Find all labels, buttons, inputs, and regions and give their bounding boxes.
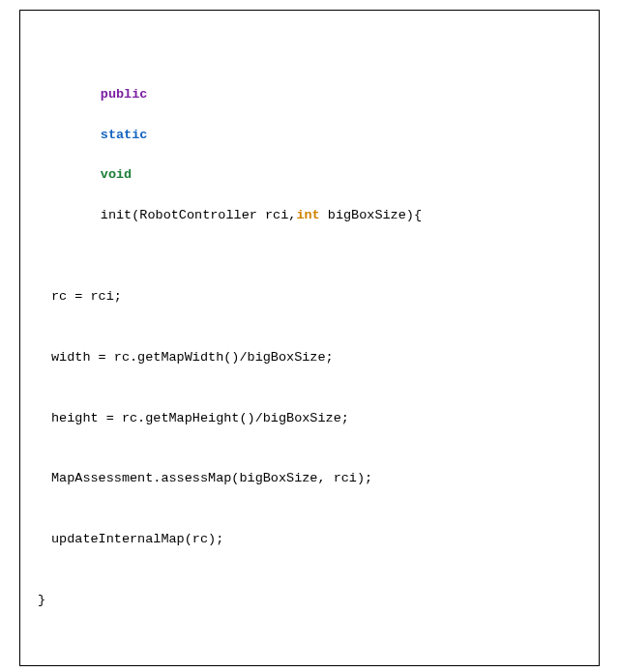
page: { "figA": { "caption": "(a) Java method … (0, 0, 619, 672)
arg-name-2: bigBoxSize (328, 208, 406, 222)
code-line-2: width = rc.getMapWidth()/bigBoxSize; (38, 348, 581, 368)
keyword-void: void (101, 167, 132, 182)
code-line-5: updateInternalMap(rc); (38, 530, 581, 550)
brace-close: } (38, 591, 581, 611)
paren-close: ) (406, 208, 414, 222)
keyword-static: static (101, 128, 148, 142)
code-line-3: height = rc.getMapHeight()/bigBoxSize; (38, 409, 581, 429)
java-original-code: public static void init(RobotController … (38, 24, 581, 652)
code-box-a: public static void init(RobotController … (19, 10, 600, 666)
method-name: init (101, 208, 132, 222)
keyword-public: public (101, 87, 148, 102)
arg-name-1: rci (265, 208, 288, 222)
code-line-1: rc = rci; (38, 287, 581, 307)
keyword-int: int (296, 208, 319, 222)
arg-type-1: RobotController (139, 208, 257, 222)
code-line-4: MapAssessment.assessMap(bigBoxSize, rci)… (38, 469, 581, 489)
brace-open: { (414, 208, 422, 222)
